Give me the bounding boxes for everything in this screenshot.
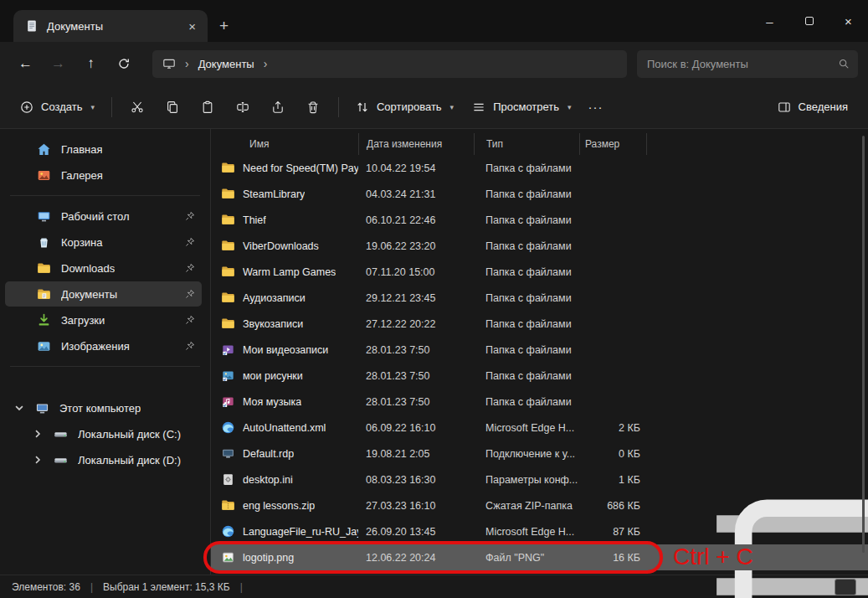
file-row[interactable]: eng lessons.zip27.03.23 16:10Сжатая ZIP-…: [211, 492, 868, 518]
trash-icon: [306, 101, 320, 114]
file-name-cell: desktop.ini: [211, 467, 358, 492]
details-pane-button[interactable]: Сведения: [769, 94, 856, 121]
tab-documents[interactable]: Документы ×: [13, 10, 208, 42]
sidebar-item-gallery[interactable]: Галерея: [5, 162, 202, 188]
window-controls: – ×: [750, 0, 868, 42]
create-button[interactable]: Создать ▾: [12, 94, 103, 121]
sort-label: Сортировать: [377, 101, 442, 113]
sort-button[interactable]: Сортировать ▾: [347, 94, 462, 121]
refresh-button[interactable]: [108, 49, 139, 78]
rename-button[interactable]: [226, 92, 259, 122]
file-size: [579, 363, 647, 389]
file-name-cell: LanguageFile_ru-RU_JayD...: [211, 518, 358, 544]
file-row[interactable]: Thief06.10.21 22:46Папка с файлами: [211, 207, 868, 233]
file-name-cell: AutoUnattend.xml: [211, 415, 358, 441]
share-button[interactable]: [261, 92, 295, 122]
sidebar-item-documents[interactable]: Документы: [5, 281, 202, 307]
vertical-scrollbar[interactable]: [862, 136, 865, 553]
sidebar-item-label: Изображения: [61, 340, 130, 353]
chevron-right-icon[interactable]: [32, 428, 44, 440]
file-row[interactable]: Звукозаписи27.12.22 20:22Папка с файлами: [211, 311, 868, 337]
folder-icon: [221, 291, 235, 305]
copy-button[interactable]: [156, 92, 189, 122]
file-name-cell: Звукозаписи: [211, 311, 358, 337]
file-list: Need for Speed(TM) Payb...10.04.22 19:54…: [211, 155, 868, 575]
file-date: 28.01.23 7:50: [358, 389, 474, 415]
sidebar-item-pictures[interactable]: Изображения: [5, 333, 202, 358]
maximize-button[interactable]: [789, 0, 829, 42]
file-name-cell: Моя музыка: [211, 389, 358, 415]
file-date: 06.10.21 22:46: [358, 207, 474, 233]
content-area: ГлавнаяГалереяРабочий столКорзинаDownloa…: [0, 129, 868, 575]
file-row[interactable]: Need for Speed(TM) Payb...10.04.22 19:54…: [211, 155, 868, 181]
file-type: Папка с файлами: [474, 155, 579, 181]
address-bar[interactable]: › Документы ›: [152, 50, 627, 78]
pictures-icon: [37, 339, 51, 353]
new-tab-button[interactable]: +: [208, 17, 240, 35]
sidebar-item-downloads[interactable]: Загрузки: [5, 307, 202, 333]
file-size: [579, 389, 647, 415]
back-button[interactable]: ←: [10, 49, 41, 78]
file-name-cell: logotip.png: [211, 544, 358, 570]
up-button[interactable]: ↑: [75, 49, 106, 78]
file-row[interactable]: Аудиозаписи29.12.21 23:45Папка с файлами: [211, 285, 868, 311]
file-row[interactable]: Мои видеозаписи28.01.23 7:50Папка с файл…: [211, 337, 868, 363]
chevron-right-icon[interactable]: [32, 454, 44, 466]
file-row[interactable]: SteamLibrary04.03.24 21:31Папка с файлам…: [211, 181, 868, 207]
sidebar-item-this-pc[interactable]: Этот компьютер: [5, 395, 202, 420]
file-name-cell: мои рисунки: [211, 363, 358, 389]
delete-button[interactable]: [296, 92, 330, 122]
file-row[interactable]: Default.rdp19.08.21 2:05Подключение к у.…: [211, 441, 868, 467]
pin-icon: [185, 289, 195, 299]
breadcrumb-documents[interactable]: Документы: [198, 58, 254, 70]
paste-button[interactable]: [191, 92, 224, 122]
file-name: eng lessons.zip: [243, 500, 315, 512]
drive-icon: [54, 427, 68, 441]
file-type: Файл "PNG": [474, 544, 579, 570]
file-row[interactable]: desktop.ini08.03.23 16:30Параметры конф.…: [211, 467, 868, 492]
search-icon: [838, 58, 850, 70]
documents-icon: [37, 287, 51, 302]
chevron-down-icon[interactable]: [13, 402, 25, 414]
column-header-date[interactable]: Дата изменения: [358, 133, 474, 155]
chevron-down-icon: ▾: [90, 103, 95, 111]
file-row[interactable]: Warm Lamp Games07.11.20 15:00Папка с фай…: [211, 259, 868, 285]
cut-button[interactable]: [121, 92, 154, 122]
annotation-hotkey-label: Ctrl + C: [673, 544, 753, 570]
forward-button[interactable]: →: [43, 49, 74, 78]
sidebar-item-home[interactable]: Главная: [5, 137, 202, 162]
file-size: [579, 155, 647, 181]
file-row[interactable]: logotip.png12.06.22 20:24Файл "PNG"16 КБ: [211, 544, 868, 570]
minimize-button[interactable]: –: [750, 0, 789, 42]
file-row[interactable]: ViberDownloads19.06.22 23:20Папка с файл…: [211, 233, 868, 259]
more-options-button[interactable]: ···: [582, 92, 610, 122]
file-row[interactable]: Моя музыка28.01.23 7:50Папка с файлами: [211, 389, 868, 415]
sidebar-item-recycle-bin[interactable]: Корзина: [5, 229, 202, 255]
close-button[interactable]: ×: [829, 0, 868, 42]
column-header-size[interactable]: Размер: [579, 133, 647, 155]
file-name: Мои видеозаписи: [243, 344, 328, 356]
navigation-bar: ← → ↑ › Документы ›: [0, 42, 868, 85]
sidebar-item-desktop[interactable]: Рабочий стол: [5, 204, 202, 229]
file-row[interactable]: AutoUnattend.xml06.09.22 16:10Microsoft …: [211, 415, 868, 441]
column-header-type[interactable]: Тип: [474, 133, 579, 155]
file-name: SteamLibrary: [243, 188, 305, 200]
search-box[interactable]: [637, 50, 858, 78]
thumbnail-view-button[interactable]: [835, 579, 856, 595]
sidebar-item-disk-d[interactable]: Локальный диск (D:): [5, 447, 202, 472]
file-date: 10.04.22 19:54: [358, 155, 474, 181]
music-shortcut-icon: [221, 394, 235, 409]
tab-close-icon[interactable]: ×: [183, 19, 201, 34]
search-input[interactable]: [645, 57, 833, 71]
sidebar-item-disk-c[interactable]: Локальный диск (C:): [5, 421, 202, 446]
folder-icon: [221, 265, 235, 279]
file-row[interactable]: LanguageFile_ru-RU_JayD...26.09.20 13:45…: [211, 518, 868, 544]
file-row[interactable]: мои рисунки28.01.23 7:50Папка с файлами: [211, 363, 868, 389]
file-size: 16 КБ: [579, 544, 647, 570]
column-header-name[interactable]: Имя: [211, 133, 358, 155]
view-button[interactable]: Просмотреть ▾: [464, 94, 579, 121]
toolbar-separator: [111, 97, 112, 117]
sidebar-item-label: Локальный диск (D:): [78, 454, 181, 467]
file-name: мои рисунки: [243, 370, 303, 382]
sidebar-item-downloads-folder[interactable]: Downloads: [5, 255, 202, 281]
